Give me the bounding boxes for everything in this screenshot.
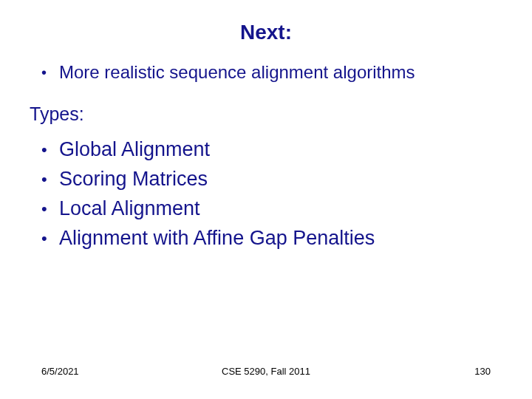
bullet-icon: • [41, 168, 59, 191]
bullet-icon: • [41, 227, 59, 250]
types-heading: Types: [30, 103, 491, 125]
slide-title: Next: [0, 0, 532, 62]
footer-date: 6/5/2021 [41, 366, 79, 377]
bullet-icon: • [41, 197, 59, 221]
intro-bullet-text: More realistic sequence alignment algori… [59, 62, 415, 83]
footer-course: CSE 5290, Fall 2011 [222, 366, 310, 377]
slide-body: • More realistic sequence alignment algo… [0, 62, 532, 250]
list-item-text: Global Alignment [59, 138, 210, 161]
slide-footer: 6/5/2021 CSE 5290, Fall 2011 130 [0, 366, 532, 377]
list-item-text: Local Alignment [59, 197, 200, 220]
bullet-icon: • [41, 62, 59, 83]
list-item: • Local Alignment [41, 197, 491, 221]
types-list: • Global Alignment • Scoring Matrices • … [41, 138, 491, 250]
bullet-icon: • [41, 138, 59, 162]
list-item: • Global Alignment [41, 138, 491, 162]
list-item: • Alignment with Affine Gap Penalties [41, 227, 491, 250]
list-item-text: Scoring Matrices [59, 168, 208, 191]
list-item-text: Alignment with Affine Gap Penalties [59, 227, 375, 250]
footer-page-number: 130 [474, 366, 491, 377]
intro-bullet: • More realistic sequence alignment algo… [41, 62, 491, 83]
list-item: • Scoring Matrices [41, 168, 491, 191]
